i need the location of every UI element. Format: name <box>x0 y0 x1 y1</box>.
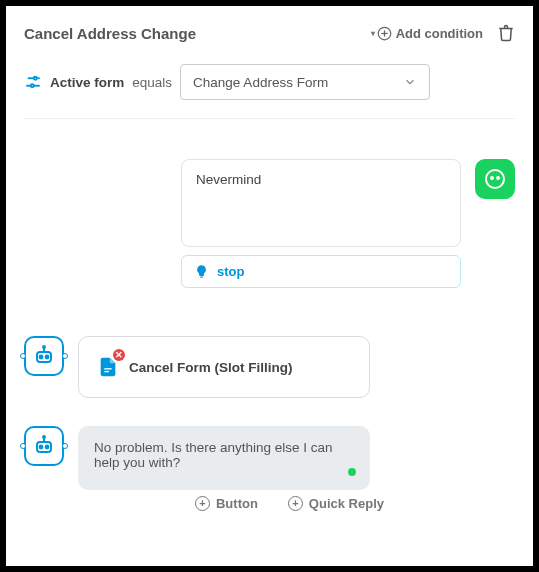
divider <box>24 118 515 119</box>
condition-field-label: Active form <box>50 75 124 90</box>
bot-avatar-wrapper <box>24 426 64 466</box>
lightbulb-icon <box>194 264 209 279</box>
add-button-label: Button <box>216 496 258 511</box>
header-actions: ▾ Add condition <box>371 24 515 42</box>
dropdown-caret-icon: ▾ <box>371 29 375 38</box>
cancel-badge-icon: ✕ <box>113 349 125 361</box>
svg-point-22 <box>46 446 49 449</box>
chevron-down-icon <box>403 75 417 89</box>
svg-point-15 <box>46 356 49 359</box>
add-condition-label: Add condition <box>396 26 483 41</box>
plus-circle-icon <box>377 26 392 41</box>
add-button-button[interactable]: + Button <box>195 496 258 511</box>
user-turn-row: Nevermind stop <box>24 159 515 288</box>
condition-value-select[interactable]: Change Address Form <box>180 64 430 100</box>
svg-point-24 <box>43 436 45 438</box>
story-editor-panel: Cancel Address Change ▾ Add condition Ac… <box>6 6 533 566</box>
bot-action-bubble[interactable]: ✕ Cancel Form (Slot Filling) <box>78 336 370 398</box>
add-quick-reply-label: Quick Reply <box>309 496 384 511</box>
cancel-form-icon: ✕ <box>97 355 119 379</box>
svg-point-5 <box>34 77 37 80</box>
conversation-area: Nevermind stop <box>24 159 515 511</box>
intent-label: stop <box>217 264 244 279</box>
connector-handle-right[interactable] <box>62 353 68 359</box>
delete-button[interactable] <box>497 24 515 42</box>
bot-reply-bubble[interactable]: No problem. Is there anything else I can… <box>78 426 370 490</box>
filter-icon <box>24 73 42 91</box>
plus-circle-icon: + <box>195 496 210 511</box>
svg-point-17 <box>43 346 45 348</box>
intent-tag-bar[interactable]: stop <box>181 255 461 288</box>
svg-point-14 <box>40 356 43 359</box>
connector-handle-left[interactable] <box>20 443 26 449</box>
story-title: Cancel Address Change <box>24 25 196 42</box>
connector-handle-right[interactable] <box>62 443 68 449</box>
connector-handle-left[interactable] <box>20 353 26 359</box>
condition-value-text: Change Address Form <box>193 75 328 90</box>
condition-operator: equals <box>132 75 172 90</box>
robot-icon <box>32 434 56 458</box>
add-quick-reply-button[interactable]: + Quick Reply <box>288 496 384 511</box>
user-avatar <box>475 159 515 199</box>
svg-point-21 <box>40 446 43 449</box>
bot-avatar-wrapper <box>24 336 64 376</box>
status-indicator-dot <box>348 468 356 476</box>
add-condition-button[interactable]: ▾ Add condition <box>371 26 483 41</box>
user-message-bubble[interactable]: Nevermind <box>181 159 461 247</box>
response-add-row: + Button + Quick Reply <box>24 496 515 511</box>
svg-point-10 <box>486 170 504 188</box>
condition-row: Active form equals Change Address Form <box>24 64 515 100</box>
panel-header: Cancel Address Change ▾ Add condition <box>24 24 515 42</box>
plus-circle-icon: + <box>288 496 303 511</box>
svg-point-8 <box>31 84 34 87</box>
bot-avatar <box>24 336 64 376</box>
svg-point-12 <box>497 177 499 179</box>
user-face-icon <box>483 167 507 191</box>
robot-icon <box>32 344 56 368</box>
bot-action-row: ✕ Cancel Form (Slot Filling) <box>24 336 515 398</box>
bot-action-label: Cancel Form (Slot Filling) <box>129 360 293 375</box>
svg-point-11 <box>491 177 493 179</box>
bot-reply-row: No problem. Is there anything else I can… <box>24 426 515 490</box>
bot-avatar <box>24 426 64 466</box>
bot-reply-text: No problem. Is there anything else I can… <box>94 440 333 470</box>
user-message-text: Nevermind <box>196 172 261 187</box>
